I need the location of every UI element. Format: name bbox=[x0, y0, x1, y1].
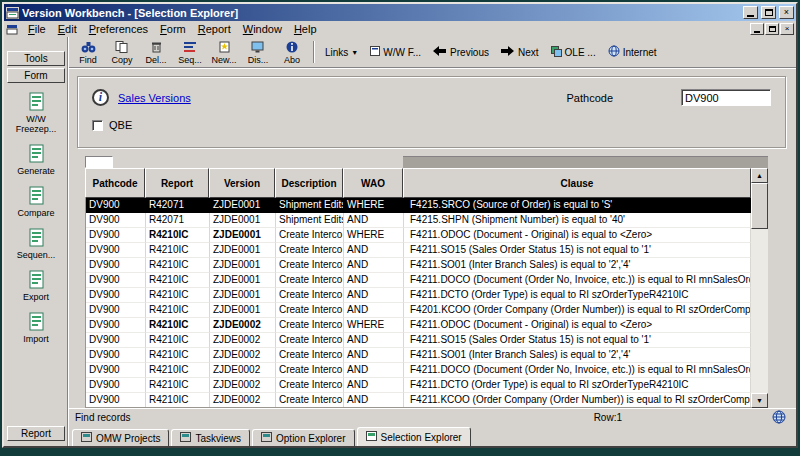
cell-description[interactable]: Create Interco bbox=[276, 288, 344, 303]
cell-clause[interactable]: F4211.SO01 (Inter Branch Sales) is equal… bbox=[404, 258, 751, 273]
dispose-button[interactable]: Dis... bbox=[241, 38, 275, 66]
links-dropdown[interactable]: Links ▼ bbox=[319, 38, 364, 66]
table-row[interactable]: DV900R42071ZJDE0001Shipment EditsWHEREF4… bbox=[86, 198, 751, 213]
cell-clause[interactable]: F4211.DOCO (Document (Order No, Invoice,… bbox=[404, 363, 751, 378]
mdi-minimize-button[interactable] bbox=[750, 23, 764, 35]
scrollbar-track[interactable] bbox=[751, 229, 768, 393]
cell-version[interactable]: ZJDE0001 bbox=[210, 288, 276, 303]
table-row[interactable]: DV900R4210ICZJDE0001Create IntercoANDF42… bbox=[86, 303, 751, 318]
delete-button[interactable]: Del... bbox=[139, 38, 173, 66]
menu-preferences[interactable]: Preferences bbox=[83, 22, 154, 36]
cell-wao[interactable]: AND bbox=[344, 258, 404, 273]
cell-report[interactable]: R4210IC bbox=[146, 228, 210, 243]
menu-edit[interactable]: Edit bbox=[52, 22, 83, 36]
vertical-scrollbar[interactable]: ▲ ▼ bbox=[751, 168, 768, 408]
cell-pathcode[interactable]: DV900 bbox=[86, 288, 146, 303]
link-internet[interactable]: Internet bbox=[602, 38, 663, 66]
minimize-button[interactable] bbox=[743, 6, 758, 19]
scroll-down-icon[interactable]: ▼ bbox=[751, 393, 768, 408]
cell-clause[interactable]: F4211.DCTO (Order Type) is equal to RI s… bbox=[404, 378, 751, 393]
cell-version[interactable]: ZJDE0001 bbox=[210, 198, 276, 213]
cell-report[interactable]: R4210IC bbox=[146, 258, 210, 273]
table-row[interactable]: DV900R4210ICZJDE0001Create IntercoANDF42… bbox=[86, 258, 751, 273]
cell-wao[interactable]: AND bbox=[344, 288, 404, 303]
column-header-pathcode[interactable]: Pathcode bbox=[85, 168, 145, 198]
cell-pathcode[interactable]: DV900 bbox=[86, 348, 146, 363]
cell-description[interactable]: Create Interco bbox=[276, 243, 344, 258]
cell-pathcode[interactable]: DV900 bbox=[86, 378, 146, 393]
cell-description[interactable]: Create Interco bbox=[276, 318, 344, 333]
table-row[interactable]: DV900R4210ICZJDE0001Create IntercoANDF42… bbox=[86, 288, 751, 303]
link-previous[interactable]: Previous bbox=[427, 38, 495, 66]
cell-description[interactable]: Create Interco bbox=[276, 258, 344, 273]
cell-version[interactable]: ZJDE0001 bbox=[210, 258, 276, 273]
cell-pathcode[interactable]: DV900 bbox=[86, 273, 146, 288]
cell-wao[interactable]: AND bbox=[344, 243, 404, 258]
sidebar-item-ww-freezep[interactable]: W/W Freezep... bbox=[7, 92, 65, 134]
about-button[interactable]: Abo bbox=[275, 38, 309, 66]
new-button[interactable]: New... bbox=[207, 38, 241, 66]
cell-version[interactable]: ZJDE0001 bbox=[210, 303, 276, 318]
maximize-button[interactable] bbox=[761, 6, 776, 19]
tab-taskviews[interactable]: Taskviews bbox=[171, 429, 250, 446]
table-row[interactable]: DV900R4210ICZJDE0002Create IntercoANDF42… bbox=[86, 348, 751, 363]
pathcode-input[interactable] bbox=[681, 89, 771, 106]
mdi-restore-button[interactable] bbox=[765, 23, 779, 35]
cell-clause[interactable]: F4201.KCOO (Order Company (Order Number)… bbox=[404, 303, 751, 318]
cell-pathcode[interactable]: DV900 bbox=[86, 243, 146, 258]
cell-clause[interactable]: F4211.SO15 (Sales Order Status 15) is no… bbox=[404, 243, 751, 258]
cell-clause[interactable]: F4211.ODOC (Document - Original) is equa… bbox=[404, 228, 751, 243]
cell-pathcode[interactable]: DV900 bbox=[86, 213, 146, 228]
menu-window[interactable]: Window bbox=[237, 22, 288, 36]
table-row[interactable]: DV900R4210ICZJDE0001Create IntercoANDF42… bbox=[86, 243, 751, 258]
cell-pathcode[interactable]: DV900 bbox=[86, 303, 146, 318]
sidebar-form-header[interactable]: Form bbox=[7, 68, 65, 83]
tab-omw-projects[interactable]: OMW Projects bbox=[72, 429, 169, 446]
cell-description[interactable]: Create Interco bbox=[276, 228, 344, 243]
link-ww-form[interactable]: W/W F... bbox=[364, 38, 427, 66]
cell-description[interactable]: Create Interco bbox=[276, 273, 344, 288]
cell-wao[interactable]: WHERE bbox=[344, 318, 404, 333]
cell-report[interactable]: R4210IC bbox=[146, 393, 210, 408]
cell-wao[interactable]: AND bbox=[344, 348, 404, 363]
cell-report[interactable]: R4210IC bbox=[146, 378, 210, 393]
cell-description[interactable]: Create Interco bbox=[276, 378, 344, 393]
copy-button[interactable]: Copy bbox=[105, 38, 139, 66]
cell-clause[interactable]: F4215.SHPN (Shipment Number) is equal to… bbox=[404, 213, 751, 228]
link-next[interactable]: Next bbox=[495, 38, 545, 66]
cell-wao[interactable]: AND bbox=[344, 273, 404, 288]
column-header-description[interactable]: Description bbox=[275, 168, 343, 198]
cell-report[interactable]: R4210IC bbox=[146, 273, 210, 288]
table-row[interactable]: DV900R4210ICZJDE0002Create IntercoANDF42… bbox=[86, 363, 751, 378]
cell-report[interactable]: R4210IC bbox=[146, 363, 210, 378]
sidebar-item-compare[interactable]: Compare bbox=[7, 186, 65, 218]
mdi-child-icon[interactable] bbox=[6, 24, 18, 35]
table-row[interactable]: DV900R4210ICZJDE0002Create IntercoANDF42… bbox=[86, 333, 751, 348]
cell-wao[interactable]: AND bbox=[344, 213, 404, 228]
tab-selection-explorer[interactable]: Selection Explorer bbox=[357, 427, 471, 446]
sidebar-item-import[interactable]: Import bbox=[7, 312, 65, 344]
cell-wao[interactable]: WHERE bbox=[344, 228, 404, 243]
qbe-row-header-cell[interactable] bbox=[85, 156, 113, 168]
cell-report[interactable]: R4210IC bbox=[146, 243, 210, 258]
cell-version[interactable]: ZJDE0001 bbox=[210, 213, 276, 228]
cell-report[interactable]: R4210IC bbox=[146, 333, 210, 348]
cell-report[interactable]: R4210IC bbox=[146, 288, 210, 303]
menu-help[interactable]: Help bbox=[288, 22, 323, 36]
cell-description[interactable]: Create Interco bbox=[276, 363, 344, 378]
cell-wao[interactable]: AND bbox=[344, 378, 404, 393]
cell-version[interactable]: ZJDE0001 bbox=[210, 243, 276, 258]
cell-description[interactable]: Shipment Edits bbox=[276, 213, 344, 228]
cell-description[interactable]: Shipment Edits bbox=[276, 198, 344, 213]
cell-report[interactable]: R4210IC bbox=[146, 318, 210, 333]
cell-version[interactable]: ZJDE0001 bbox=[210, 273, 276, 288]
menu-report[interactable]: Report bbox=[192, 22, 237, 36]
column-header-version[interactable]: Version bbox=[209, 168, 275, 198]
cell-report[interactable]: R42071 bbox=[146, 213, 210, 228]
table-row[interactable]: DV900R4210ICZJDE0001Create IntercoWHEREF… bbox=[86, 228, 751, 243]
table-row[interactable]: DV900R4210ICZJDE0001Create IntercoANDF42… bbox=[86, 273, 751, 288]
menu-form[interactable]: Form bbox=[154, 22, 192, 36]
cell-clause[interactable]: F4211.KCOO (Order Company (Order Number)… bbox=[404, 393, 751, 408]
sidebar-tools-header[interactable]: Tools bbox=[7, 51, 65, 66]
cell-version[interactable]: ZJDE0002 bbox=[210, 363, 276, 378]
